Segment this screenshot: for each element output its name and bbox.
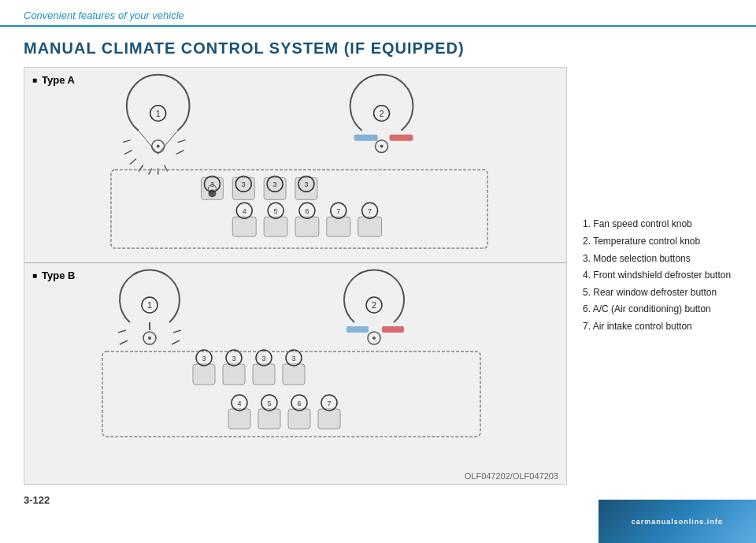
svg-rect-70 [253, 364, 275, 385]
svg-text:5: 5 [267, 400, 271, 407]
type-b-section: Type B [24, 263, 566, 472]
svg-point-16 [380, 145, 384, 148]
knob-left-a: 1 [123, 75, 190, 175]
mode-buttons-b: 3 3 3 3 [193, 350, 305, 385]
svg-text:2: 2 [380, 109, 384, 118]
svg-rect-39 [295, 217, 319, 236]
svg-text:3: 3 [232, 355, 235, 363]
svg-text:7: 7 [368, 207, 372, 215]
svg-rect-82 [288, 409, 310, 429]
svg-line-52 [118, 330, 126, 333]
svg-line-8 [176, 151, 184, 154]
bottom-buttons-b: 4 5 6 7 [228, 395, 340, 429]
legend-item-7: 7. Air intake control button [583, 318, 732, 336]
svg-text:3: 3 [242, 180, 246, 188]
page-number: 3-122 [24, 494, 50, 506]
svg-text:3: 3 [304, 180, 308, 188]
svg-rect-67 [223, 364, 245, 385]
type-b-svg: 1 2 [24, 263, 566, 472]
image-code: OLF047202/OLF047203 [465, 471, 558, 481]
svg-text:3: 3 [202, 355, 206, 363]
svg-text:6: 6 [305, 207, 309, 215]
main-title: MANUAL CLIMATE CONTROL SYSTEM (IF EQUIPP… [0, 33, 756, 67]
svg-line-0 [123, 140, 131, 143]
svg-line-2 [130, 159, 136, 165]
svg-text:3: 3 [273, 180, 277, 188]
header-section: Convenient features of your vehicle [0, 0, 756, 27]
svg-text:5: 5 [274, 207, 278, 215]
svg-text:7: 7 [336, 207, 340, 215]
svg-rect-85 [318, 409, 340, 429]
svg-text:3: 3 [261, 355, 265, 363]
header-title: Convenient features of your vehicle [24, 9, 184, 21]
svg-rect-76 [228, 409, 250, 429]
svg-text:3: 3 [210, 180, 214, 188]
knob-right-a: 2 [350, 75, 413, 153]
svg-line-53 [120, 340, 128, 344]
svg-text:4: 4 [243, 207, 246, 215]
legend-item-6: 6. A/C (Air conditioning) button [583, 301, 732, 318]
svg-line-4 [149, 168, 152, 174]
svg-text:7: 7 [327, 400, 331, 407]
svg-rect-64 [193, 364, 215, 385]
svg-text:1: 1 [147, 300, 152, 310]
svg-text:3: 3 [291, 355, 295, 363]
svg-point-50 [148, 337, 151, 340]
svg-text:6: 6 [297, 400, 301, 407]
svg-text:1: 1 [156, 109, 161, 118]
diagram-box: Type A [24, 67, 567, 485]
legend-item-5: 5. Rear window defroster button [583, 285, 732, 302]
page-container: Convenient features of your vehicle MANU… [0, 0, 756, 543]
type-a-svg: 1 2 [24, 68, 566, 262]
watermark-text: carmanualsonline.info [632, 518, 724, 526]
legend-area: 1. Fan speed control knob 2. Temperature… [575, 67, 732, 485]
svg-text:2: 2 [372, 300, 376, 310]
svg-rect-42 [327, 217, 350, 236]
svg-line-55 [172, 340, 180, 344]
svg-line-1 [124, 151, 132, 154]
svg-rect-14 [390, 135, 413, 141]
svg-line-54 [173, 330, 181, 333]
knob-left-b: 1 [118, 270, 181, 344]
legend-item-4: 4. Front windshield defroster button [583, 267, 732, 285]
mode-buttons-a: 3 3 3 3 [201, 176, 317, 199]
svg-rect-79 [258, 409, 280, 429]
svg-point-20 [208, 189, 216, 197]
svg-line-6 [165, 166, 168, 172]
svg-rect-33 [232, 217, 256, 236]
svg-rect-13 [354, 135, 378, 141]
svg-line-7 [178, 140, 186, 143]
svg-line-3 [139, 166, 143, 172]
bottom-buttons-a: 4 5 6 7 [232, 203, 381, 236]
content-area: Type A [0, 67, 756, 485]
svg-rect-58 [346, 326, 369, 333]
legend-item-2: 2. Temperature control knob [583, 233, 732, 251]
type-a-section: Type A [24, 68, 566, 263]
legend-item-3: 3. Mode selection buttons [583, 251, 732, 268]
svg-rect-45 [358, 217, 382, 236]
watermark: carmanualsonline.info [598, 500, 756, 543]
svg-rect-59 [382, 326, 404, 333]
svg-point-61 [372, 337, 376, 340]
svg-point-10 [157, 145, 160, 148]
svg-rect-36 [264, 217, 287, 236]
knob-right-b: 2 [344, 270, 404, 344]
svg-rect-73 [283, 364, 305, 385]
svg-text:4: 4 [237, 400, 241, 407]
legend-item-1: 1. Fan speed control knob [583, 216, 732, 233]
